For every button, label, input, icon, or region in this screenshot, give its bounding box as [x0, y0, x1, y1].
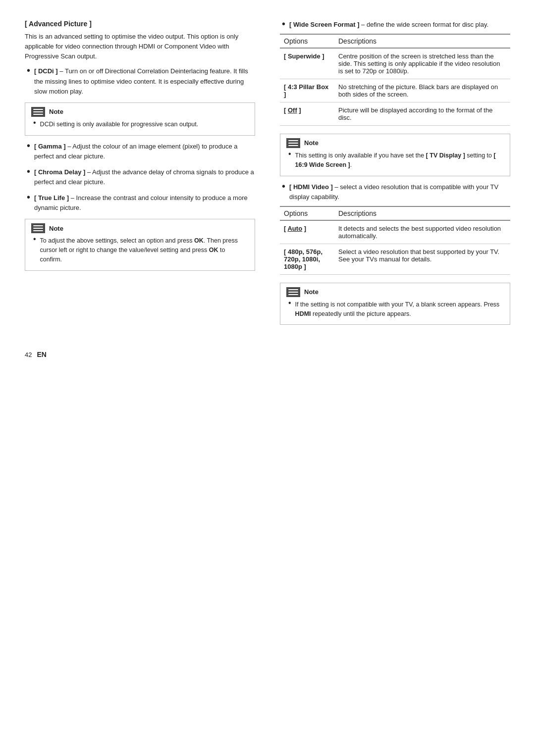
table-row: [ Auto ] It detects and selects the best… — [280, 220, 510, 244]
note-bullet-dcdi: • DCDi setting is only available for pro… — [31, 120, 249, 129]
hdmi-col-descriptions: Descriptions — [334, 206, 510, 220]
bullet-chroma: • [ Chroma Delay ] – Adjust the advance … — [25, 167, 255, 187]
note-bullet-adjust: • To adjust the above settings, select a… — [31, 236, 249, 264]
bullet-text-dcdi: [ DCDi ] – Turn on or off Directional Co… — [34, 66, 255, 96]
hdmi-option-auto: [ Auto ] — [280, 220, 334, 244]
note-content-hdmi: • If the setting is not compatible with … — [286, 300, 504, 319]
section-title-advanced: [ Advanced Picture ] — [25, 20, 255, 28]
gamma-separator: – — [67, 143, 72, 150]
bullet-dot-hdmi: • — [282, 181, 285, 191]
note-label-dcdi: Note — [49, 107, 63, 117]
note-header-widescreen: Note — [286, 138, 504, 148]
hdmi-col-options: Options — [280, 206, 334, 220]
dcdi-separator: – — [59, 67, 65, 75]
note-content-widescreen: • This setting is only available if you … — [286, 151, 504, 170]
note-bullet-dot3: • — [288, 150, 291, 158]
ws-desc-off: Picture will be displayed according to t… — [334, 102, 510, 126]
hdmi-desc-auto: It detects and selects the best supporte… — [334, 220, 510, 244]
note-icon-hdmi — [286, 287, 300, 297]
label-dcdi: [ DCDi ] — [34, 67, 58, 75]
right-column: • [ Wide Screen Format ] – define the wi… — [275, 20, 510, 331]
label-widescreen: [ Wide Screen Format ] — [289, 21, 359, 28]
hdmi-option-resolutions: [ 480p, 576p, 720p, 1080i, 1080p ] — [280, 244, 334, 274]
bullet-dot-gamma: • — [27, 141, 30, 151]
note-text-dcdi: DCDi setting is only available for progr… — [40, 120, 199, 129]
note-label-hdmi: Note — [304, 287, 319, 297]
table-row: [ Superwide ] Centre position of the scr… — [280, 48, 510, 79]
bullet-dcdi: • [ DCDi ] – Turn on or off Directional … — [25, 66, 255, 96]
note-icon-widescreen — [286, 138, 300, 148]
page-footer: 42 EN — [25, 351, 510, 358]
bullet-truelife: • [ True Life ] – Increase the contrast … — [25, 193, 255, 213]
note-text-hdmi: If the setting is not compatible with yo… — [295, 300, 504, 319]
note-header-dcdi: Note — [31, 107, 249, 117]
widescreen-table: Options Descriptions [ Superwide ] Centr… — [280, 34, 510, 126]
note-label-adjust: Note — [49, 224, 63, 234]
hdmi-separator: – — [335, 183, 340, 191]
ws-option-off: [ Off ] — [280, 102, 334, 126]
note-bullet-dot4: • — [288, 299, 291, 307]
widescreen-desc: define the wide screen format for disc p… — [367, 21, 488, 28]
label-gamma: [ Gamma ] — [34, 143, 66, 150]
note-text-adjust: To adjust the above settings, select an … — [40, 236, 249, 264]
note-box-widescreen: Note • This setting is only available if… — [280, 134, 510, 176]
bullet-text-truelife: [ True Life ] – Increase the contrast an… — [34, 193, 255, 213]
bullet-dot-chroma: • — [27, 166, 30, 176]
label-hdmivideo: [ HDMI Video ] — [289, 183, 333, 191]
bullet-dot-truelife: • — [27, 192, 30, 202]
note-box-dcdi: Note • DCDi setting is only available fo… — [25, 102, 255, 136]
note-content-dcdi: • DCDi setting is only available for pro… — [31, 120, 249, 129]
chroma-separator: – — [87, 168, 92, 176]
note-header-adjust: Note — [31, 223, 249, 233]
left-column: [ Advanced Picture ] This is an advanced… — [25, 20, 260, 331]
label-truelife: [ True Life ] — [34, 194, 69, 202]
widescreen-separator: – — [361, 21, 367, 28]
ws-desc-pillarbox: No stretching of the picture. Black bars… — [334, 79, 510, 102]
truelife-separator: – — [71, 194, 76, 202]
hdmi-desc-resolutions: Select a video resolution that best supp… — [334, 244, 510, 274]
bullet-text-widescreen: [ Wide Screen Format ] – define the wide… — [289, 20, 488, 30]
ws-desc-superwide: Centre position of the screen is stretch… — [334, 48, 510, 79]
language-label: EN — [37, 351, 46, 358]
note-bullet-dot2: • — [33, 235, 36, 243]
note-bullet-widescreen: • This setting is only available if you … — [286, 151, 504, 170]
table-row: [ 4:3 Pillar Box ] No stretching of the … — [280, 79, 510, 102]
note-icon-dcdi — [31, 107, 45, 117]
note-header-hdmi: Note — [286, 287, 504, 297]
bullet-dot-dcdi: • — [27, 65, 30, 75]
bullet-hdmivideo: • [ HDMI Video ] – select a video resolu… — [280, 182, 510, 202]
bullet-text-chroma: [ Chroma Delay ] – Adjust the advance de… — [34, 167, 255, 187]
label-chroma: [ Chroma Delay ] — [34, 168, 85, 176]
bullet-widescreen: • [ Wide Screen Format ] – define the wi… — [280, 20, 510, 30]
note-text-widescreen: This setting is only available if you ha… — [295, 151, 504, 170]
note-box-hdmi: Note • If the setting is not compatible … — [280, 283, 510, 325]
note-box-adjust: Note • To adjust the above settings, sel… — [25, 219, 255, 270]
bullet-text-hdmi: [ HDMI Video ] – select a video resoluti… — [289, 182, 510, 202]
bullet-gamma: • [ Gamma ] – Adjust the colour of an im… — [25, 142, 255, 161]
ws-option-superwide: [ Superwide ] — [280, 48, 334, 79]
intro-text: This is an advanced setting to optimise … — [25, 32, 255, 61]
dcdi-desc: Turn on or off Directional Correlation D… — [34, 67, 248, 95]
bullet-text-gamma: [ Gamma ] – Adjust the colour of an imag… — [34, 142, 255, 161]
table-row: [ Off ] Picture will be displayed accord… — [280, 102, 510, 126]
note-content-adjust: • To adjust the above settings, select a… — [31, 236, 249, 264]
note-icon-adjust — [31, 223, 45, 233]
table-row: [ 480p, 576p, 720p, 1080i, 1080p ] Selec… — [280, 244, 510, 274]
page-number: 42 — [25, 351, 32, 358]
hdmi-table: Options Descriptions [ Auto ] It detects… — [280, 206, 510, 275]
ws-col-options: Options — [280, 34, 334, 48]
ws-option-pillarbox: [ 4:3 Pillar Box ] — [280, 79, 334, 102]
note-label-widescreen: Note — [304, 138, 319, 148]
bullet-dot-widescreen: • — [282, 19, 285, 29]
note-bullet-dot: • — [33, 119, 36, 127]
ws-col-descriptions: Descriptions — [334, 34, 510, 48]
note-bullet-hdmi: • If the setting is not compatible with … — [286, 300, 504, 319]
